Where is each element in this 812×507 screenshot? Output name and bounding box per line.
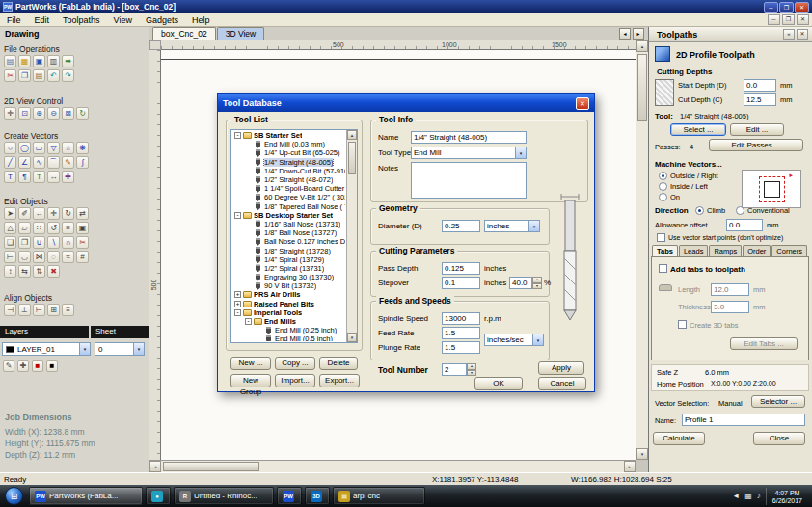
tool-tree-item[interactable]: 60 Degree V-Bit 1/2" ( 302 (232, 193, 345, 201)
vertical-scrollbar[interactable]: ▴ ▾ (636, 40, 648, 460)
tree-group-imperial-tools[interactable]: - Imperial Tools (232, 308, 345, 317)
tree-expander-icon[interactable]: + (234, 291, 241, 298)
tool-list-scrollbar[interactable]: ▴ ▾ (346, 130, 357, 342)
dimension-icon[interactable]: ↔ (47, 171, 60, 183)
tool-name-input[interactable] (411, 131, 527, 144)
panel-close-icon[interactable]: ✕ (797, 29, 808, 40)
tool-tree-item[interactable]: Ball Nose 0.127 inches Dia (232, 237, 345, 246)
start-button[interactable]: ⊞ (5, 487, 23, 505)
copy-icon[interactable]: ❐ (18, 69, 31, 82)
tab-box-cnc-02[interactable]: box_Cnc_02 (152, 27, 216, 40)
restore-icon[interactable]: ❐ (779, 2, 794, 13)
notes-textarea[interactable] (411, 162, 527, 199)
mdi-restore-icon[interactable]: ❐ (782, 14, 795, 25)
tab-thickness-input[interactable] (711, 301, 749, 313)
extend-icon[interactable]: ⊢ (4, 251, 16, 263)
tab-3d-view[interactable]: 3D View (217, 27, 265, 40)
new-group-button[interactable]: New Group (230, 374, 271, 387)
draw-freehand-icon[interactable]: ✎ (62, 156, 74, 169)
scroll-up-icon[interactable]: ▴ (636, 40, 648, 52)
rotate-copy-icon[interactable]: ↺ (47, 222, 60, 234)
menu-edit[interactable]: Edit (28, 14, 57, 26)
dialog-close-icon[interactable]: ✕ (576, 97, 589, 110)
scroll-up-icon[interactable]: ▴ (347, 130, 357, 140)
radio-outside-right[interactable]: Outside / Right (659, 172, 718, 180)
radio-climb[interactable]: Climb (695, 206, 725, 215)
scroll-down-icon[interactable]: ▾ (347, 333, 357, 342)
task-partworks-3d[interactable]: 3D (305, 487, 330, 505)
minimize-icon[interactable]: ─ (764, 2, 778, 13)
tree-expander-icon[interactable]: + (234, 301, 241, 307)
tree-group-sb-starter-set[interactable]: - SB Starter Set (232, 131, 345, 140)
copy-tool-button[interactable]: Copy ... (275, 357, 315, 370)
tool-tree-item[interactable]: End Mill (0.5 inch) (232, 334, 345, 341)
flip-h-icon[interactable]: ⇆ (18, 265, 31, 278)
allowance-input[interactable] (726, 219, 763, 231)
center-in-material-icon[interactable]: ⊞ (47, 304, 60, 316)
draw-arc-icon[interactable]: ⌒ (47, 156, 60, 169)
draw-text-icon[interactable]: T (4, 171, 16, 183)
select-arrow-icon[interactable]: ➤ (4, 207, 16, 220)
zoom-out-icon[interactable]: ⊖ (47, 107, 60, 120)
diameter-input[interactable] (442, 220, 480, 232)
panel-collapse-icon[interactable]: « (783, 29, 795, 40)
close-icon[interactable]: ✕ (795, 2, 809, 13)
redo-icon[interactable]: ↷ (62, 69, 74, 82)
mdi-close-icon[interactable]: ✕ (797, 14, 809, 25)
tab-order[interactable]: Order (743, 245, 771, 256)
apply-button[interactable]: Apply (538, 361, 584, 375)
scroll-down-icon[interactable]: ▾ (636, 448, 648, 460)
radio-conventional[interactable]: Conventional (736, 206, 790, 215)
tree-expander-icon[interactable]: - (234, 212, 241, 219)
layer-color-black-icon[interactable]: ■ (46, 360, 58, 372)
draw-polyline-icon[interactable]: ∠ (18, 156, 31, 169)
tool-tree-item[interactable]: 1/8" Tapered Ball Nose ( 77-10 (232, 202, 345, 211)
chevron-down-icon[interactable]: ▾ (515, 147, 526, 158)
offset-icon[interactable]: ≡ (62, 222, 74, 234)
trim-icon[interactable]: ✂ (76, 236, 89, 249)
feed-rate-input[interactable] (442, 327, 480, 339)
cut-depth-input[interactable] (744, 93, 776, 106)
radio-on[interactable]: On (659, 193, 680, 201)
stepover-percent-stepper[interactable]: ▴ ▾ (532, 277, 542, 289)
delete-tool-button[interactable]: Delete (319, 357, 358, 370)
tool-list-scroll-thumb[interactable] (348, 142, 356, 174)
chevron-down-icon[interactable]: ▾ (79, 343, 90, 355)
draw-star-icon[interactable]: ☆ (62, 142, 74, 154)
zoom-window-icon[interactable]: ⊡ (18, 107, 31, 120)
tool-tree-item[interactable]: 1/2" Straight (48-072) (232, 175, 345, 184)
chevron-down-icon[interactable]: ▾ (133, 343, 144, 355)
tool-type-select[interactable]: End Mill ▾ (411, 147, 527, 159)
tree-group-raised-panel-bits[interactable]: + Raised Panel Bits (232, 300, 345, 308)
ok-button[interactable]: OK (474, 377, 523, 390)
print-icon[interactable]: ▥ (47, 55, 60, 67)
tab-ramps[interactable]: Ramps (709, 245, 742, 256)
refresh-view-icon[interactable]: ↻ (76, 107, 89, 120)
mirror-icon[interactable]: ⇄ (76, 207, 89, 220)
align-center-icon[interactable]: ⊥ (18, 304, 31, 316)
tab-length-input[interactable] (711, 283, 749, 296)
menu-view[interactable]: View (107, 14, 139, 26)
subtract-icon[interactable]: ∖ (47, 236, 60, 249)
stretch-icon[interactable]: ↕ (4, 265, 16, 278)
measure-icon[interactable]: ↔ (33, 207, 45, 220)
align-right-icon[interactable]: ⊢ (33, 304, 45, 316)
horizontal-scroll-thumb[interactable] (163, 462, 259, 471)
layer-select[interactable]: LAYER_01 ▾ (2, 342, 91, 356)
scroll-left-icon[interactable]: ◂ (149, 461, 161, 472)
spin-down-icon[interactable]: ▾ (532, 283, 542, 290)
array-copy-icon[interactable]: ∷ (33, 222, 45, 234)
weld-icon[interactable]: ∪ (33, 236, 45, 249)
import-button[interactable]: Import... (275, 374, 315, 387)
tree-group-end-mills[interactable]: - End Mills (232, 317, 345, 326)
ungroup-icon[interactable]: ❐ (18, 236, 31, 249)
radio-inside-left[interactable]: Inside / Left (659, 182, 708, 191)
selector-button[interactable]: Selector ... (751, 395, 805, 408)
tool-tree-item[interactable]: 1 1/4" Spoil-Board Cutter ( 91-0 (232, 184, 345, 193)
edit-passes-button[interactable]: Edit Passes ... (709, 139, 803, 151)
tool-tree-item[interactable]: 90 V Bit (13732) (232, 281, 345, 290)
draw-bezier-icon[interactable]: ∫ (76, 156, 89, 169)
task-app-round[interactable]: ● (146, 487, 171, 505)
move-icon[interactable]: ✛ (47, 207, 60, 220)
vector-start-points-checkbox[interactable] (657, 233, 665, 242)
